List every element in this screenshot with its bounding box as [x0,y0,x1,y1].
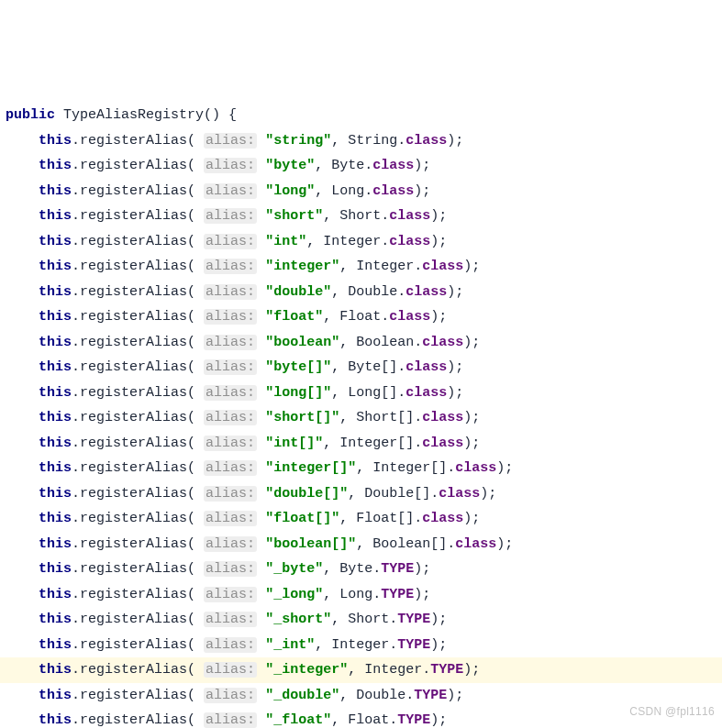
open-paren: ( [187,436,204,451]
code-line[interactable]: this.registerAlias( alias: "long", Long.… [0,179,722,204]
code-line[interactable]: this.registerAlias( alias: "boolean", Bo… [0,330,722,356]
dot: . [72,133,80,149]
dot: . [72,486,80,502]
string-literal: "int" [265,234,306,249]
method-call: registerAlias [80,561,187,577]
field-class: class [455,536,496,552]
field-class: class [422,410,463,425]
code-line[interactable]: this.registerAlias( alias: "float", Floa… [0,304,722,330]
close-paren: ) [496,460,505,476]
indent [6,259,39,274]
method-signature-line[interactable]: public TypeAliasRegistry() { [0,103,722,128]
keyword-this: this [39,612,72,627]
string-literal: "int[]" [265,436,323,451]
dot: . [72,309,80,325]
semicolon: ; [505,536,513,552]
code-line[interactable]: this.registerAlias( alias: "float[]", Fl… [0,506,722,532]
class-reference: Double[] [364,486,430,502]
field-class: class [439,486,480,502]
class-reference: Integer [323,234,381,249]
close-paren: ) [447,359,455,375]
string-literal: "short[]" [265,410,339,425]
semicolon: ; [422,158,430,173]
code-line[interactable]: this.registerAlias( alias: "boolean[]", … [0,532,722,557]
code-editor[interactable]: public TypeAliasRegistry() { this.regist… [0,101,722,728]
dot: . [381,309,389,325]
field-class: class [405,359,447,375]
indent [6,662,39,678]
comma: , [315,183,331,199]
method-call: registerAlias [80,309,187,325]
code-line[interactable]: this.registerAlias( alias: "long[]", Lon… [0,381,722,406]
code-line[interactable]: this.registerAlias( alias: "double[]", D… [0,481,722,507]
code-line[interactable]: this.registerAlias( alias: "byte[]", Byt… [0,355,722,381]
field-class: class [422,511,463,526]
code-line[interactable]: this.registerAlias( alias: "_short", Sho… [0,607,722,633]
close-paren: ) [447,688,455,703]
code-line[interactable]: this.registerAlias( alias: "byte", Byte.… [0,153,722,179]
close-paren: ) [414,158,422,173]
dot: . [372,587,381,602]
parameter-hint: alias: [204,335,257,350]
indent [6,309,39,325]
class-reference: Short [339,208,381,224]
semicolon: ; [455,133,463,149]
code-line[interactable]: this.registerAlias( alias: "_integer", I… [0,657,722,683]
code-line[interactable]: this.registerAlias( alias: "string", Str… [0,128,722,154]
dot: . [72,208,80,224]
semicolon: ; [439,712,447,728]
parameter-hint: alias: [204,309,257,325]
code-line[interactable]: this.registerAlias( alias: "_double", Do… [0,683,722,709]
method-call: registerAlias [80,410,187,425]
code-line[interactable]: this.registerAlias( alias: "integer", In… [0,254,722,280]
string-literal: "boolean" [265,335,339,350]
code-line[interactable]: this.registerAlias( alias: "int[]", Inte… [0,431,722,457]
semicolon: ; [439,309,447,325]
parameter-hint: alias: [204,662,257,678]
comma: , [348,486,364,502]
dot: . [414,410,422,425]
string-literal: "double" [265,284,331,300]
method-call: registerAlias [80,359,187,375]
string-literal: "boolean[]" [265,536,356,552]
dot: . [72,335,80,350]
parameter-hint: alias: [204,587,257,602]
code-line[interactable]: this.registerAlias( alias: "int", Intege… [0,229,722,255]
dot: . [72,460,80,476]
string-literal: "_float" [265,712,331,728]
code-line[interactable]: this.registerAlias( alias: "double", Dou… [0,280,722,305]
field-class: class [422,335,463,350]
field-class: class [405,284,447,300]
code-line[interactable]: this.registerAlias( alias: "integer[]", … [0,456,722,481]
open-paren: ( [187,536,204,552]
dot: . [72,536,80,552]
class-reference: Float [339,309,381,325]
string-literal: "double[]" [265,486,348,502]
comma: , [339,410,356,425]
code-line[interactable]: this.registerAlias( alias: "_long", Long… [0,582,722,608]
code-line[interactable]: this.registerAlias( alias: "short[]", Sh… [0,405,722,431]
semicolon: ; [472,410,480,425]
close-paren: ) [463,511,472,526]
dot: . [72,436,80,451]
dot: . [72,561,80,577]
semicolon: ; [455,385,463,401]
dot: . [414,335,422,350]
parameter-hint: alias: [204,385,257,401]
semicolon: ; [488,486,496,502]
open-paren: ( [187,486,204,502]
indent [6,158,39,173]
code-line[interactable]: this.registerAlias( alias: "_byte", Byte… [0,557,722,582]
indent [6,712,39,728]
dot: . [72,359,80,375]
code-line[interactable]: this.registerAlias( alias: "short", Shor… [0,204,722,229]
comma: , [331,385,348,401]
indent [6,133,39,149]
code-line[interactable]: this.registerAlias( alias: "_int", Integ… [0,633,722,658]
string-literal: "integer[]" [265,460,356,476]
semicolon: ; [439,612,447,627]
field-class: class [455,460,496,476]
method-call: registerAlias [80,460,187,476]
parameter-hint: alias: [204,637,257,653]
code-line[interactable]: this.registerAlias( alias: "_float", Flo… [0,708,722,728]
